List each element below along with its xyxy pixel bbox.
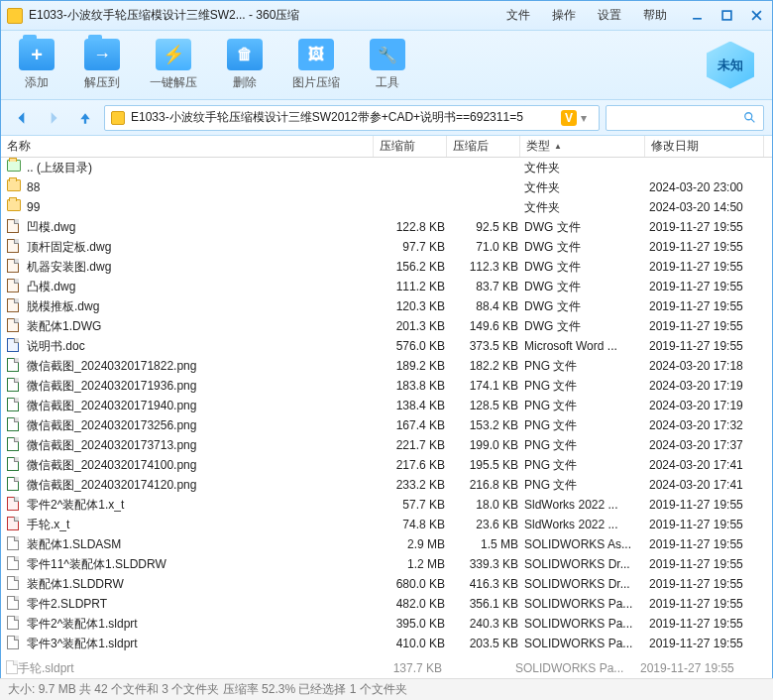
table-row[interactable]: 机器安装图.dwg156.2 KB112.3 KBDWG 文件2019-11-2… — [1, 257, 772, 277]
table-row[interactable]: 手轮.x_t74.8 KB23.6 KBSldWorks 2022 ...201… — [1, 515, 772, 534]
file-type: PNG 文件 — [524, 477, 649, 494]
header-date[interactable]: 修改日期 — [645, 136, 764, 157]
up-button[interactable] — [72, 106, 98, 130]
file-date: 2019-11-27 19:55 — [649, 557, 768, 571]
size-before: 201.3 KB — [378, 319, 451, 333]
folder-icon — [7, 199, 23, 215]
image-compress-button[interactable]: 图片压缩 — [292, 39, 340, 91]
table-row[interactable]: 微信截图_20240320171822.png189.2 KB182.2 KBP… — [1, 356, 772, 376]
file-date: 2019-11-27 19:55 — [649, 637, 768, 650]
file-date: 2019-11-27 19:55 — [649, 280, 768, 293]
header-type[interactable]: 类型 — [520, 136, 645, 157]
table-row[interactable]: 说明书.doc576.0 KB373.5 KBMicrosoft Word ..… — [1, 336, 772, 356]
table-row[interactable]: 微信截图_20240320171936.png183.8 KB174.1 KBP… — [1, 376, 772, 396]
menu-settings[interactable]: 设置 — [598, 7, 621, 24]
file-name: 说明书.doc — [27, 338, 378, 355]
file-date: 2024-03-20 14:50 — [649, 200, 768, 214]
file-date: 2019-11-27 19:55 — [649, 577, 768, 591]
table-row[interactable]: 零件2^装配体1.x_t57.7 KB18.0 KBSldWorks 2022 … — [1, 495, 772, 515]
size-before: 410.0 KB — [378, 637, 451, 650]
table-row[interactable]: 脱模推板.dwg120.3 KB88.4 KBDWG 文件2019-11-27 … — [1, 296, 772, 316]
oneclick-extract-button[interactable]: 一键解压 — [150, 39, 197, 91]
file-list[interactable]: .. (上级目录)文件夹88文件夹2024-03-20 23:0099文件夹20… — [1, 158, 772, 655]
size-before: 111.2 KB — [378, 280, 451, 293]
minimize-button[interactable] — [687, 6, 707, 26]
table-row[interactable]: 微信截图_20240320174100.png217.6 KB195.5 KBP… — [1, 455, 772, 475]
file-date: 2019-11-27 19:55 — [649, 240, 768, 254]
table-row[interactable]: 装配体1.SLDASM2.9 MB1.5 MBSOLIDWORKS As...2… — [1, 534, 772, 554]
file-type: SOLIDWORKS Pa... — [524, 637, 649, 650]
forward-button[interactable] — [41, 106, 66, 130]
file-icon — [7, 219, 23, 235]
table-row[interactable]: 凸模.dwg111.2 KB83.7 KBDWG 文件2019-11-27 19… — [1, 277, 772, 296]
table-row[interactable]: 99文件夹2024-03-20 14:50 — [1, 197, 772, 217]
file-name: 微信截图_20240320171936.png — [27, 378, 378, 395]
file-name: 微信截图_20240320171940.png — [27, 398, 378, 414]
svg-point-4 — [745, 112, 752, 119]
size-after: 356.1 KB — [451, 597, 524, 611]
table-row[interactable]: 零件8^装配体1.sldprt228.0 KB81.7 KBSOLIDWORKS… — [1, 653, 772, 655]
file-name: 99 — [27, 200, 378, 214]
maximize-button[interactable] — [717, 6, 736, 26]
size-after: 240.3 KB — [451, 617, 524, 631]
file-icon — [7, 338, 23, 354]
header-after[interactable]: 压缩后 — [447, 136, 520, 157]
table-row[interactable]: 微信截图_20240320171940.png138.4 KB128.5 KBP… — [1, 396, 772, 415]
table-row[interactable]: 顶杆固定板.dwg97.7 KB71.0 KBDWG 文件2019-11-27 … — [1, 237, 772, 257]
path-dropdown-icon[interactable]: ▾ — [581, 111, 593, 125]
size-after: 128.5 KB — [451, 399, 524, 412]
table-row[interactable]: 零件2.SLDPRT482.0 KB356.1 KBSOLIDWORKS Pa.… — [1, 594, 772, 614]
table-row[interactable]: 88文件夹2024-03-20 23:00 — [1, 177, 772, 197]
file-date: 2019-11-27 19:55 — [649, 299, 768, 313]
table-row[interactable]: 微信截图_20240320173713.png221.7 KB199.0 KBP… — [1, 435, 772, 455]
header-name[interactable]: 名称 — [1, 136, 374, 157]
tools-button[interactable]: 工具 — [370, 39, 405, 91]
file-type: DWG 文件 — [524, 279, 649, 295]
table-row[interactable]: 零件11^装配体1.SLDDRW1.2 MB339.3 KBSOLIDWORKS… — [1, 554, 772, 574]
size-before: 120.3 KB — [378, 299, 451, 313]
table-row[interactable]: 零件3^装配体1.sldprt410.0 KB203.5 KBSOLIDWORK… — [1, 634, 772, 653]
wrench-icon — [370, 39, 405, 70]
size-before: 138.4 KB — [378, 399, 451, 412]
add-icon — [19, 39, 55, 70]
table-row[interactable]: 装配体1.DWG201.3 KB149.6 KBDWG 文件2019-11-27… — [1, 316, 772, 336]
size-after: 373.5 KB — [451, 339, 524, 353]
file-type: 文件夹 — [524, 199, 649, 216]
table-row[interactable]: 凹模.dwg122.8 KB92.5 KBDWG 文件2019-11-27 19… — [1, 217, 772, 237]
search-input[interactable] — [606, 105, 764, 131]
image-icon — [298, 39, 334, 70]
file-name: 手轮.x_t — [27, 517, 378, 533]
path-input[interactable]: E1033-小波纹手轮压缩模设计三维SW2012带参+CAD+说明书==6923… — [104, 105, 600, 131]
menu-help[interactable]: 帮助 — [643, 7, 667, 24]
file-icon — [7, 536, 23, 552]
archive-icon — [111, 111, 125, 125]
delete-button[interactable]: 删除 — [227, 39, 263, 91]
table-row[interactable]: 装配体1.SLDDRW680.0 KB416.3 KBSOLIDWORKS Dr… — [1, 574, 772, 594]
extract-button[interactable]: 解压到 — [84, 39, 120, 91]
table-row[interactable]: 微信截图_20240320173256.png167.4 KB153.2 KBP… — [1, 415, 772, 435]
size-before: 576.0 KB — [378, 339, 451, 353]
header-before[interactable]: 压缩前 — [374, 136, 447, 157]
file-type: SldWorks 2022 ... — [524, 498, 649, 512]
file-date: 2019-11-27 19:55 — [649, 339, 768, 353]
back-button[interactable] — [9, 106, 35, 130]
size-before: 183.8 KB — [378, 379, 451, 393]
file-icon — [7, 417, 23, 433]
trash-icon — [227, 39, 263, 70]
size-after: 153.2 KB — [451, 418, 524, 432]
menu-file[interactable]: 文件 — [506, 7, 530, 24]
file-icon — [7, 596, 23, 612]
file-icon — [7, 398, 23, 413]
menu-operate[interactable]: 操作 — [552, 7, 576, 24]
file-icon — [7, 616, 23, 632]
table-row[interactable]: 零件2^装配体1.sldprt395.0 KB240.3 KBSOLIDWORK… — [1, 614, 772, 634]
table-row[interactable]: .. (上级目录)文件夹 — [1, 158, 772, 177]
file-type: SOLIDWORKS Dr... — [524, 557, 649, 571]
titlebar: E1033-小波纹手轮压缩模设计三维SW2... - 360压缩 文件 操作 设… — [1, 1, 772, 31]
file-name: .. (上级目录) — [27, 160, 378, 176]
file-type: DWG 文件 — [524, 298, 649, 315]
add-button[interactable]: 添加 — [19, 39, 55, 91]
size-after: 23.6 KB — [451, 518, 524, 531]
close-button[interactable] — [746, 6, 766, 26]
table-row[interactable]: 微信截图_20240320174120.png233.2 KB216.8 KBP… — [1, 475, 772, 495]
